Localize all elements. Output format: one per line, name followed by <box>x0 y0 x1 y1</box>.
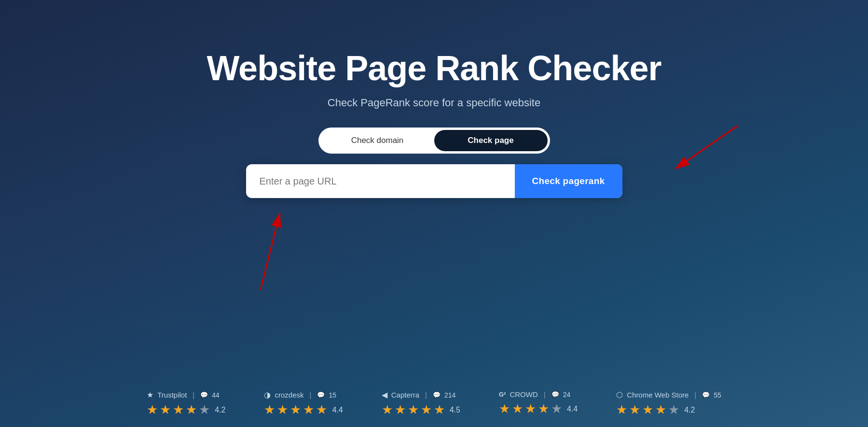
page-subtitle: Check PageRank score for a specific webs… <box>328 97 540 109</box>
capterra-icon2: 💬 <box>433 391 441 399</box>
g2crowd-stars: ★ ★ ★ ★ ★ 4.4 <box>499 401 578 416</box>
g2crowd-icon: G² <box>499 391 506 398</box>
check-pagerank-button[interactable]: Check pagerank <box>515 164 622 198</box>
rating-chrome-webstore: ⬡ Chrome Web Store | 💬 55 ★ ★ ★ ★ ★ 4.2 <box>616 390 721 417</box>
trustpilot-stars: ★ ★ ★ ★ ★ 4.2 <box>147 402 225 417</box>
crozdesk-icon2: 💬 <box>317 391 325 399</box>
chrome-count: 55 <box>714 391 721 399</box>
tab-check-domain[interactable]: Check domain <box>321 130 434 151</box>
g2crowd-count: 24 <box>563 391 571 399</box>
capterra-label: Capterra <box>391 391 419 399</box>
capterra-stars: ★ ★ ★ ★ ★ 4.5 <box>382 402 460 417</box>
chrome-icon: ⬡ <box>616 390 623 399</box>
g2crowd-label: CROWD <box>510 390 537 399</box>
url-input[interactable] <box>246 164 515 198</box>
svg-line-3 <box>261 213 280 290</box>
arrow-url-input <box>203 198 309 295</box>
chrome-label: Chrome Web Store <box>627 391 689 399</box>
chrome-icon2: 💬 <box>702 391 710 399</box>
arrow-check-page <box>646 116 752 184</box>
trustpilot-count: 44 <box>212 391 220 399</box>
rating-crozdesk: ◑ crozdesk | 💬 15 ★ ★ ★ ★ ★ 4.4 <box>264 390 343 417</box>
trustpilot-label: Trustpilot <box>157 391 187 399</box>
chrome-stars: ★ ★ ★ ★ ★ 4.2 <box>616 402 695 417</box>
crozdesk-count: 15 <box>329 391 336 399</box>
g2crowd-icon2: 💬 <box>551 391 559 398</box>
crozdesk-stars: ★ ★ ★ ★ ★ 4.4 <box>264 402 343 417</box>
svg-line-1 <box>675 126 738 169</box>
page-title: Website Page Rank Checker <box>207 48 661 88</box>
capterra-count: 214 <box>444 391 455 399</box>
crozdesk-icon: ◑ <box>264 390 271 399</box>
rating-capterra: ◀ Capterra | 💬 214 ★ ★ ★ ★ ★ 4.5 <box>382 390 460 417</box>
rating-g2crowd: G² CROWD | 💬 24 ★ ★ ★ ★ ★ 4.4 <box>499 390 578 417</box>
trustpilot-icon: ★ <box>147 390 153 399</box>
capterra-icon: ◀ <box>382 390 387 399</box>
crozdesk-label: crozdesk <box>275 391 303 399</box>
rating-trustpilot: ★ Trustpilot | 💬 44 ★ ★ ★ ★ ★ 4.2 <box>147 390 225 417</box>
tab-check-page[interactable]: Check page <box>434 130 548 151</box>
search-bar: Check pagerank <box>246 164 622 198</box>
ratings-section: ★ Trustpilot | 💬 44 ★ ★ ★ ★ ★ 4.2 ◑ croz… <box>0 390 868 417</box>
trustpilot-icon2: 💬 <box>200 391 208 399</box>
tab-switcher: Check domain Check page <box>318 128 550 154</box>
